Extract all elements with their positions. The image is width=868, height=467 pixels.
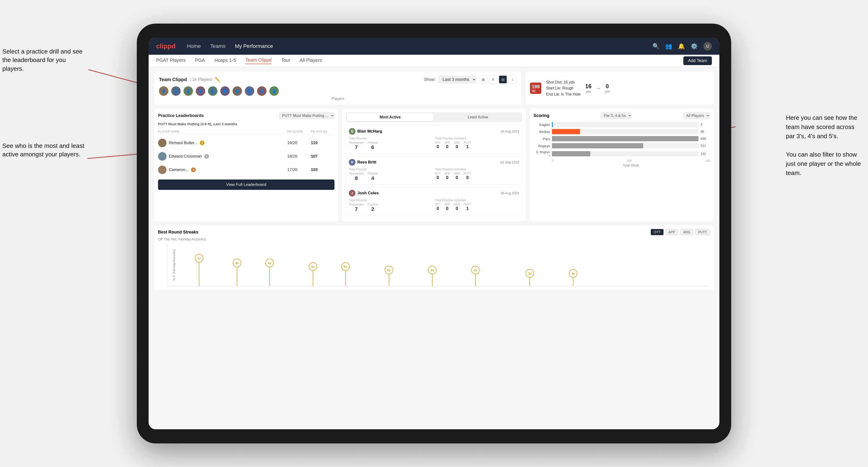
- add-team-button[interactable]: Add Team: [683, 56, 712, 65]
- lb-player-2: Edward Crossman 2: [158, 152, 287, 161]
- activity-tabs: Most Active Least Active: [346, 112, 522, 122]
- nav-items: Home Teams My Performance: [187, 43, 652, 49]
- player-card-header-josh: J Josh Coles 26 Aug 2023: [349, 190, 519, 196]
- table-row: Richard Butler... 1 19/20 110: [158, 136, 335, 150]
- player-avatar-blair: B: [349, 128, 355, 135]
- player-avatar-3[interactable]: 👤: [184, 86, 193, 96]
- bar-value-bogeys: 311: [701, 144, 710, 148]
- shot-metric-2: 0 yds: [605, 83, 610, 93]
- nav-teams[interactable]: Teams: [210, 43, 225, 49]
- leaderboard-header: Practice Leaderboards PUTT Must Make Put…: [158, 112, 335, 119]
- player-card-blair: B Blair McHarg 26 Aug 2023 Total Rounds …: [346, 125, 522, 154]
- table-row: Edward Crossman 2 18/20 107: [158, 150, 335, 163]
- scoring-par-filter[interactable]: Par 3, 4 & 5s: [601, 112, 632, 119]
- bar-value-birdies: 96: [701, 130, 710, 133]
- subnav-pga[interactable]: PGA: [195, 58, 205, 64]
- player-avatar-2[interactable]: 👤: [171, 86, 181, 96]
- list-view-btn[interactable]: ≡: [489, 75, 497, 84]
- nav-my-performance[interactable]: My Performance: [235, 43, 273, 49]
- josh-rounds: Total Rounds Tournament 7 Practice 2: [349, 198, 433, 212]
- subnav-pgat[interactable]: PGAT Players: [156, 58, 186, 64]
- detail-view-btn[interactable]: ⊟: [499, 75, 507, 84]
- players-row: 👤 👤 👤 👤 👤 👤 👤 👤 👤 👤: [159, 86, 517, 96]
- bar-fill-birdies: [552, 129, 580, 134]
- bar-label-eagles: Eagles: [533, 123, 550, 127]
- player-name-blair: B Blair McHarg: [349, 128, 382, 135]
- player-avatar-josh: J: [349, 190, 355, 196]
- streaks-header: Best Round Streaks OTT APP ARG PUTT: [158, 229, 710, 235]
- player-avatar-4[interactable]: 👤: [196, 86, 205, 96]
- show-period-select[interactable]: Last 3 months Last 6 months Last year: [438, 76, 476, 83]
- player-avatar-8[interactable]: 👤: [245, 86, 254, 96]
- streak-point-3: 6x: [266, 259, 274, 286]
- streaks-panel: Best Round Streaks OTT APP ARG PUTT Off …: [154, 225, 714, 290]
- drill-select[interactable]: PUTT Must Make Putting ...: [279, 112, 335, 119]
- streak-circle-4: 5x: [309, 262, 317, 271]
- user-avatar[interactable]: U: [703, 42, 712, 51]
- filter-ott[interactable]: OTT: [651, 229, 663, 235]
- edit-icon[interactable]: ✏️: [215, 77, 220, 82]
- ipad-frame: clippd Home Teams My Performance 🔍 👥 🔔 ⚙…: [137, 24, 731, 443]
- table-row: Cameron... 3 17/20 103: [158, 163, 335, 177]
- lb-name-2: Edward Crossman: [169, 154, 202, 159]
- player-name-rees: R Rees Britt: [349, 159, 376, 165]
- lb-badge-gold: 1: [200, 141, 205, 145]
- lb-badge-silver: 2: [204, 154, 209, 159]
- streak-circle-5: 5x: [341, 262, 350, 271]
- team-title: Team Clippd: [159, 77, 187, 82]
- lb-score-2: 18/20: [287, 154, 311, 159]
- player-avatar-1[interactable]: 👤: [159, 86, 168, 96]
- sort-btn[interactable]: ↕: [509, 75, 517, 84]
- bar-fill-pars: [552, 136, 699, 141]
- tab-most-active[interactable]: Most Active: [347, 113, 434, 121]
- subnav-hcaps[interactable]: Hcaps 1-5: [214, 58, 236, 64]
- filter-app[interactable]: APP: [665, 229, 678, 235]
- scoring-bar-chart: Eagles 3 Birdies 96: [533, 122, 710, 167]
- tab-least-active[interactable]: Least Active: [434, 113, 521, 121]
- grid-view-btn[interactable]: ⊞: [479, 75, 487, 84]
- streak-circle-6: 4x: [385, 266, 393, 274]
- streak-stem-7: [432, 274, 433, 286]
- lb-score-3: 17/20: [287, 167, 311, 172]
- player-avatar-7[interactable]: 👤: [232, 86, 242, 96]
- player-avatar-6[interactable]: 👤: [220, 86, 230, 96]
- lb-avatar-1: [158, 139, 166, 147]
- subnav-all-players[interactable]: All Players: [300, 58, 322, 64]
- rees-stats: Total Rounds Tournament 8 Practice 4: [349, 167, 519, 181]
- bar-fill-bogeys: [552, 143, 643, 148]
- subnav-team-clippd[interactable]: Team Clippd: [245, 57, 272, 64]
- show-controls: Show: Last 3 months Last 6 months Last y…: [424, 75, 517, 84]
- streaks-filter-btns: OTT APP ARG PUTT: [651, 229, 710, 235]
- settings-icon[interactable]: ⚙️: [691, 43, 698, 50]
- people-icon[interactable]: 👥: [665, 43, 672, 50]
- streak-circle-9: 3x: [526, 269, 534, 278]
- player-avatar-10[interactable]: 👤: [269, 86, 279, 96]
- scoring-player-filter[interactable]: All Players: [683, 112, 710, 119]
- player-avatar-5[interactable]: 👤: [208, 86, 217, 96]
- nav-logo: clippd: [156, 42, 176, 50]
- search-icon[interactable]: 🔍: [652, 43, 659, 50]
- bar-value-pars: 499: [701, 137, 710, 141]
- filter-putt[interactable]: PUTT: [695, 229, 710, 235]
- lb-player-1: Richard Butler... 1: [158, 139, 287, 147]
- bar-track-bogeys: [552, 143, 699, 148]
- leaderboard-subtitle: PUTT Must Make Putting (3-6 ft), Last 3 …: [158, 122, 335, 126]
- lb-avatar-3: [158, 165, 166, 174]
- player-card-header-rees: R Rees Britt 02 Sep 2023: [349, 159, 519, 165]
- blair-rounds: Total Rounds Tournament 7 Practice 6: [349, 136, 433, 151]
- bar-fill-eagles: [552, 122, 553, 127]
- lb-sq-2: 107: [311, 154, 335, 159]
- bar-row-eagles: Eagles 3: [533, 122, 710, 127]
- ipad-screen: clippd Home Teams My Performance 🔍 👥 🔔 ⚙…: [149, 38, 719, 429]
- filter-arg[interactable]: ARG: [680, 229, 693, 235]
- streak-circle-3: 6x: [266, 259, 274, 267]
- player-avatar-rees: R: [349, 159, 355, 165]
- subnav-tour[interactable]: Tour: [281, 58, 290, 64]
- view-full-leaderboard-button[interactable]: View Full Leaderboard: [158, 180, 335, 190]
- bell-icon[interactable]: 🔔: [678, 43, 685, 50]
- nav-home[interactable]: Home: [187, 43, 201, 49]
- bar-row-birdies: Birdies 96: [533, 129, 710, 134]
- bar-track-birdies: [552, 129, 699, 134]
- lb-badge-bronze: 3: [191, 167, 196, 172]
- player-avatar-9[interactable]: 👤: [257, 86, 267, 96]
